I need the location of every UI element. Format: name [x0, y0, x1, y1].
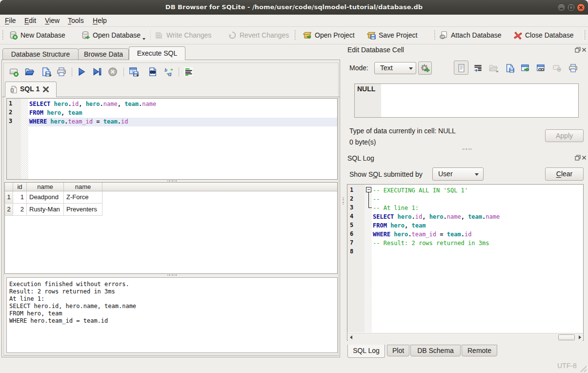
sql-editor[interactable]: 1 2 3 SELECT hero.id, hero.name, team.na…	[6, 98, 338, 180]
close-button[interactable]	[577, 3, 585, 12]
editor-code-line: WHERE hero.team_id = team.id	[29, 117, 128, 126]
toolbar-drag-handle[interactable]	[584, 30, 586, 41]
dock-close-icon[interactable]	[581, 155, 587, 161]
dock-tab-sql-log[interactable]: SQL Log	[347, 345, 385, 358]
dock-tab-plot[interactable]: Plot	[387, 345, 409, 356]
column-header-name[interactable]: name	[27, 183, 64, 191]
fold-collapse-icon[interactable]	[366, 187, 371, 192]
toolbar-drag-handle[interactable]	[1, 30, 3, 41]
revert-changes-button[interactable]: Revert Changes	[228, 29, 289, 41]
menu-edit[interactable]: Edit	[24, 16, 36, 25]
print-icon[interactable]	[57, 67, 66, 77]
open-sql-new-tab-icon[interactable]	[9, 67, 19, 77]
save-project-button[interactable]: Save Project	[367, 29, 417, 41]
tab-browse-data[interactable]: Browse Data	[78, 48, 129, 60]
message-line: WHERE hero.team_id = team.id	[9, 317, 108, 325]
save-sql-dropdown-arrow[interactable]	[49, 75, 52, 77]
import-dropdown-arrow[interactable]	[496, 71, 499, 73]
scrollbar-thumb[interactable]	[558, 334, 575, 340]
open-database-dropdown-arrow[interactable]	[142, 38, 145, 40]
word-wrap-icon[interactable]	[473, 63, 483, 73]
row-header[interactable]: 2	[5, 204, 13, 216]
row-header[interactable]: 1	[5, 191, 13, 204]
log-line-number: 4	[350, 213, 353, 220]
scrollbar-left-arrow[interactable]	[348, 333, 355, 341]
title-bar[interactable]: DB Browser for SQLite - /home/user/code/…	[0, 0, 588, 15]
cell-value-editor[interactable]: NULL	[354, 83, 579, 118]
log-line-number: 3	[350, 204, 353, 211]
attach-database-button[interactable]: Attach Database	[439, 29, 502, 41]
open-database-icon	[81, 31, 90, 40]
dock-float-icon[interactable]	[575, 47, 581, 53]
cell-team-name[interactable]: Preventers	[64, 204, 102, 216]
sql-source-combobox[interactable]: User	[432, 167, 484, 181]
splitter-handle-vertical[interactable]	[343, 197, 344, 205]
sql-log-view[interactable]: 1 2 3 4 5 6 7 8 -- EXECUTING ALL IN 'SQL…	[347, 184, 584, 341]
execute-current-line-icon[interactable]	[92, 67, 102, 77]
results-table[interactable]: id name name 1 1 Deadpond Z-Force 2 2 Ru…	[4, 182, 338, 274]
stop-icon[interactable]	[108, 67, 118, 77]
tab-database-structure[interactable]: Database Structure	[2, 48, 79, 60]
splitter-handle-horizontal[interactable]	[463, 148, 472, 150]
dock-float-icon[interactable]	[575, 155, 581, 161]
export-file-icon[interactable]	[505, 63, 514, 73]
close-database-button[interactable]: Close Database	[514, 29, 574, 41]
tab-execute-sql[interactable]: Execute SQL	[129, 46, 185, 60]
toolbar-drag-handle[interactable]	[294, 30, 296, 41]
menu-view[interactable]: View	[45, 16, 60, 25]
cell-size-info: 0 byte(s)	[349, 138, 376, 146]
horizontal-scrollbar[interactable]	[348, 333, 583, 341]
execute-all-icon[interactable]	[77, 67, 86, 77]
splitter-handle-horizontal[interactable]	[167, 180, 177, 182]
menu-help[interactable]: Help	[93, 16, 107, 25]
column-header-id[interactable]: id	[13, 183, 27, 191]
open-project-button[interactable]: Open Project	[303, 29, 355, 41]
message-line: Result: 2 rows returned in 3ms	[9, 288, 115, 295]
sql-tab-close-icon[interactable]	[42, 85, 50, 93]
gear-icon	[420, 63, 430, 73]
sql-document-icon	[10, 85, 18, 94]
print-cell-icon[interactable]	[568, 63, 578, 73]
scrollbar-right-arrow[interactable]	[576, 333, 584, 341]
format-sql-icon[interactable]	[183, 67, 193, 77]
minimize-button[interactable]	[557, 3, 566, 12]
toolbar-separator	[72, 67, 72, 77]
replace-icon[interactable]	[164, 67, 174, 77]
write-changes-button[interactable]: Write Changes	[155, 29, 211, 41]
cell-id[interactable]: 1	[13, 191, 27, 204]
maximize-button[interactable]	[567, 3, 575, 12]
log-line-number: 5	[350, 222, 353, 228]
toolbar-drag-handle[interactable]	[433, 30, 435, 41]
sql-tab-1[interactable]: SQL 1	[5, 82, 57, 97]
copy-link-icon[interactable]	[536, 63, 546, 73]
cell-hero-name[interactable]: Deadpond	[27, 191, 64, 204]
open-external-icon[interactable]	[521, 63, 530, 73]
dock-tab-remote[interactable]: Remote	[462, 345, 497, 356]
mode-combobox[interactable]: Text	[374, 62, 416, 74]
set-null-icon[interactable]	[552, 63, 562, 73]
resize-grip-icon[interactable]	[579, 364, 587, 372]
clear-button[interactable]: Clear	[545, 167, 584, 181]
execution-message-box[interactable]: Execution finished without errors. Resul…	[6, 277, 338, 353]
open-database-button[interactable]: Open Database	[81, 29, 141, 41]
column-header-name-2[interactable]: name	[64, 183, 102, 191]
dock-tab-db-schema[interactable]: DB Schema	[410, 345, 461, 356]
apply-button[interactable]: Apply	[545, 129, 584, 142]
editor-fold-margin	[21, 99, 28, 179]
dock-close-icon[interactable]	[581, 47, 587, 53]
cell-id[interactable]: 2	[13, 204, 27, 216]
import-settings-button[interactable]	[418, 62, 432, 75]
cell-team-name[interactable]: Z-Force	[64, 191, 102, 204]
splitter-handle-horizontal[interactable]	[167, 274, 177, 276]
new-database-button[interactable]: New Database	[9, 29, 65, 41]
save-results-dropdown-arrow[interactable]	[136, 75, 139, 77]
close-icon	[577, 4, 585, 11]
find-icon[interactable]	[148, 67, 158, 77]
menu-file[interactable]: File	[5, 16, 16, 25]
toolbar-separator	[123, 67, 124, 77]
cell-hero-name[interactable]: Rusty-Man	[27, 204, 64, 216]
menu-tools[interactable]: Tools	[68, 16, 84, 25]
open-sql-file-icon[interactable]	[24, 67, 34, 77]
log-line: -- Result: 2 rows returned in 3ms	[373, 239, 489, 248]
table-corner-header[interactable]	[5, 183, 13, 191]
